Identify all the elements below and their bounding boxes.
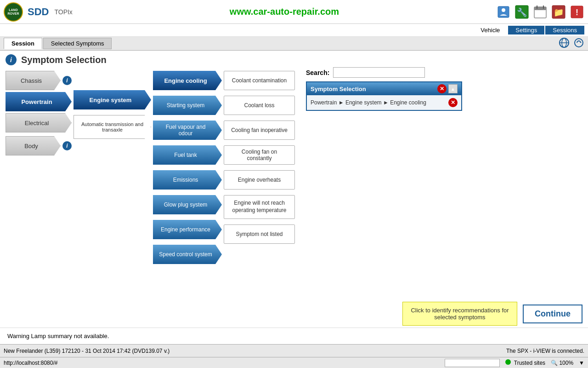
bottom-bar: http://localhost:8080/# Trusted sites 🔍 … bbox=[0, 357, 588, 368]
engine-cooling-subsystems: Engine cooling Starting system Fuel vapo… bbox=[153, 71, 222, 264]
svg-point-1 bbox=[502, 8, 505, 12]
topix-label[interactable]: TOPIx bbox=[54, 8, 72, 16]
sessions-menu[interactable]: Sessions bbox=[545, 26, 584, 34]
engine-subsystems: Engine system Automatic transmission and… bbox=[74, 90, 151, 139]
svg-text:🔧: 🔧 bbox=[517, 7, 527, 17]
icon-calendar[interactable] bbox=[533, 5, 548, 19]
search-label: Search: bbox=[306, 69, 329, 76]
header-icons: 🔧 📁 ! bbox=[496, 5, 584, 19]
symptom-coolant-contamination[interactable]: Coolant contamination bbox=[224, 71, 295, 90]
icon-folder[interactable]: 📁 bbox=[551, 5, 566, 19]
status-connection: The SPX - i-VIEW is connected. bbox=[506, 348, 584, 354]
powertrain-btn[interactable]: Powertrain bbox=[6, 92, 72, 111]
symptom-engine-overheats[interactable]: Engine overheats bbox=[224, 170, 295, 190]
warning-bar: Warning Lamp summary not available. bbox=[0, 328, 588, 344]
fuel-vapour-btn[interactable]: Fuel vapour and odour bbox=[153, 121, 222, 140]
sdd-label: SDD bbox=[28, 6, 49, 18]
bottom-area: Click to identify recommendations for se… bbox=[0, 300, 588, 328]
land-rover-logo: LANDROVER bbox=[4, 2, 23, 22]
warning-text: Warning Lamp summary not available. bbox=[7, 333, 109, 339]
symptom-not-listed[interactable]: Symptom not listed bbox=[224, 224, 295, 244]
symptom-sel-header: Symptom Selection ✕ ▲ bbox=[307, 82, 461, 95]
content-area: Chassis i Powertrain Electrical Body i E… bbox=[0, 67, 588, 300]
fuel-tank-btn[interactable]: Fuel tank bbox=[153, 145, 222, 165]
svg-rect-5 bbox=[534, 7, 546, 10]
main-categories: Chassis i Powertrain Electrical Body i bbox=[6, 71, 72, 155]
nav-icon-globe[interactable] bbox=[559, 37, 570, 50]
logo-area: LANDROVER SDD TOPIx bbox=[4, 2, 73, 22]
vehicle-menu[interactable]: Vehicle bbox=[473, 26, 507, 34]
symptoms-list: Coolant contamination Coolant loss Cooli… bbox=[224, 71, 295, 244]
tooltip-box: Click to identify recommendations for se… bbox=[402, 302, 517, 326]
status-vehicle: New Freelander (L359) 172120 - 31 Oct 20… bbox=[4, 348, 170, 354]
url-text: http://localhost:8080/# bbox=[4, 360, 57, 366]
body-info-icon[interactable]: i bbox=[62, 141, 72, 150]
page-info-icon[interactable]: i bbox=[6, 54, 17, 65]
symptom-selection-box: Symptom Selection ✕ ▲ Powertrain ► Engin… bbox=[306, 81, 462, 111]
emissions-btn[interactable]: Emissions bbox=[153, 170, 222, 190]
svg-point-15 bbox=[575, 39, 583, 47]
symptom-coolant-loss[interactable]: Coolant loss bbox=[224, 96, 295, 115]
nav-tabs: Session Selected Symptoms bbox=[0, 37, 588, 51]
session-tab[interactable]: Session bbox=[4, 38, 42, 49]
electrical-btn[interactable]: Electrical bbox=[6, 113, 72, 132]
engine-cooling-btn[interactable]: Engine cooling bbox=[153, 71, 222, 90]
icon-users[interactable] bbox=[496, 5, 511, 19]
svg-marker-16 bbox=[580, 42, 582, 43]
breadcrumb: Powertrain ► Engine system ► Engine cool… bbox=[311, 99, 426, 106]
symptom-sel-close[interactable]: ✕ bbox=[437, 84, 447, 93]
symptom-cooling-fan-inoperative[interactable]: Cooling fan inoperative bbox=[224, 121, 295, 140]
breadcrumb-remove[interactable]: ✕ bbox=[448, 98, 458, 107]
bottom-search[interactable] bbox=[445, 359, 500, 367]
right-panel: Search: Symptom Selection ✕ ▲ Powertrain… bbox=[299, 67, 582, 300]
trusted-sites: Trusted sites bbox=[505, 359, 545, 366]
settings-menu[interactable]: Settings bbox=[508, 26, 544, 34]
green-dot bbox=[505, 359, 511, 365]
status-bar: New Freelander (L359) 172120 - 31 Oct 20… bbox=[0, 344, 588, 357]
continue-button[interactable]: Continue bbox=[523, 305, 582, 323]
auto-transmission-btn[interactable]: Automatic transmission and transaxle bbox=[74, 115, 151, 139]
icon-wrench[interactable]: 🔧 bbox=[514, 5, 529, 19]
symptom-engine-no-temp[interactable]: Engine will not reachoperating temperatu… bbox=[224, 195, 295, 219]
chassis-info-icon[interactable]: i bbox=[62, 76, 72, 85]
svg-text:!: ! bbox=[576, 8, 578, 17]
speed-control-btn[interactable]: Speed control system bbox=[153, 245, 222, 264]
nav-icon-refresh[interactable] bbox=[573, 37, 584, 50]
symptom-cooling-fan-constant[interactable]: Cooling fan on constantly bbox=[224, 145, 295, 165]
website-text: www.car-auto-repair.com bbox=[230, 6, 339, 17]
chassis-btn[interactable]: Chassis bbox=[6, 71, 61, 90]
page-title: Symptom Selection bbox=[21, 55, 107, 65]
search-area: Search: bbox=[306, 67, 582, 78]
body-btn[interactable]: Body bbox=[6, 136, 61, 155]
symptom-sel-up[interactable]: ▲ bbox=[448, 84, 458, 93]
selected-symptoms-tab[interactable]: Selected Symptoms bbox=[43, 38, 112, 49]
glow-plug-btn[interactable]: Glow plug system bbox=[153, 195, 222, 214]
zoom-level: 🔍 100% bbox=[551, 360, 573, 366]
zoom-arrow[interactable]: ▼ bbox=[579, 360, 584, 366]
engine-system-btn[interactable]: Engine system bbox=[74, 90, 151, 109]
left-panel: Chassis i Powertrain Electrical Body i E… bbox=[6, 67, 295, 300]
symptom-sel-content: Powertrain ► Engine system ► Engine cool… bbox=[307, 95, 461, 110]
icon-alert[interactable]: ! bbox=[570, 5, 584, 19]
symptom-sel-title: Symptom Selection bbox=[311, 86, 366, 92]
starting-system-btn[interactable]: Starting system bbox=[153, 96, 222, 115]
page-header: i Symptom Selection bbox=[0, 51, 588, 67]
menu-bar: Vehicle Settings Sessions bbox=[0, 24, 588, 37]
engine-performance-btn[interactable]: Engine performance bbox=[153, 220, 222, 239]
svg-text:📁: 📁 bbox=[554, 7, 564, 17]
search-input[interactable] bbox=[333, 67, 425, 78]
